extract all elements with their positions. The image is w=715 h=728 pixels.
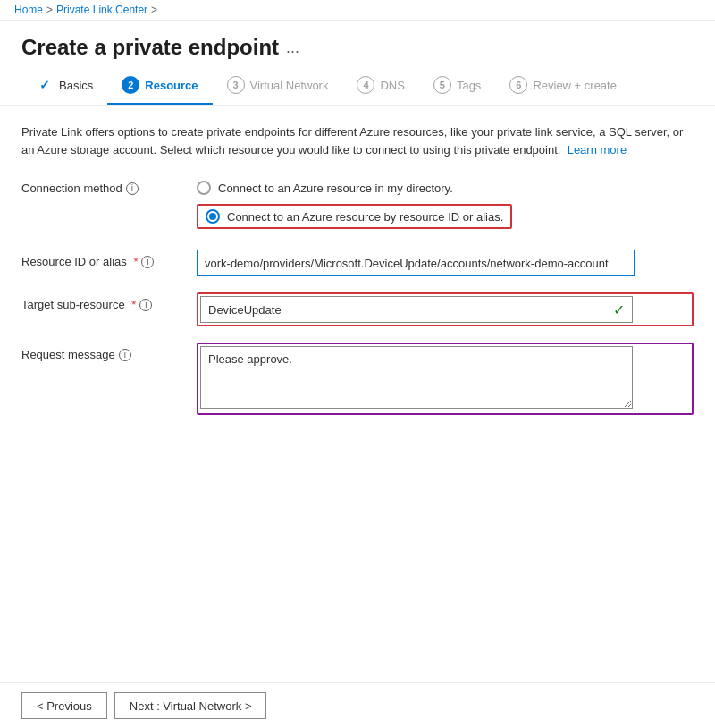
next-button[interactable]: Next : Virtual Network > bbox=[114, 692, 267, 719]
radio-resource-id-option[interactable]: Connect to an Azure resource by resource… bbox=[197, 199, 694, 233]
tab-review-create-label: Review + create bbox=[533, 79, 617, 92]
virtual-network-tab-number: 3 bbox=[227, 76, 245, 94]
breadcrumb-home[interactable]: Home bbox=[14, 4, 43, 16]
radio-resource-id-label: Connect to an Azure resource by resource… bbox=[227, 210, 503, 224]
form-section: Connection method i Connect to an Azure … bbox=[21, 176, 694, 415]
breadcrumb-sep-2: > bbox=[151, 4, 157, 16]
review-create-tab-number: 6 bbox=[509, 76, 527, 94]
target-sub-resource-select[interactable]: DeviceUpdate ✓ bbox=[200, 296, 633, 323]
tab-basics[interactable]: ✓ Basics bbox=[21, 67, 107, 105]
breadcrumb-bar: Home > Private Link Center > bbox=[0, 0, 715, 21]
radio-resource-id-highlight: Connect to an Azure resource by resource… bbox=[197, 204, 512, 229]
connection-method-options: Connect to an Azure resource in my direc… bbox=[197, 176, 694, 233]
description-text: Private Link offers options to create pr… bbox=[21, 123, 694, 158]
resource-id-input[interactable] bbox=[197, 250, 635, 276]
connection-method-label: Connection method i bbox=[21, 176, 182, 195]
tab-tags[interactable]: 5 Tags bbox=[419, 67, 495, 105]
request-message-textarea[interactable] bbox=[200, 346, 633, 409]
tab-dns-label: DNS bbox=[380, 79, 404, 92]
tab-resource-label: Resource bbox=[145, 79, 198, 92]
tags-tab-number: 5 bbox=[433, 76, 451, 94]
breadcrumb-private-link-center[interactable]: Private Link Center bbox=[56, 4, 147, 16]
request-message-label: Request message i bbox=[21, 343, 182, 361]
target-sub-resource-row: Target sub-resource * i DeviceUpdate ✓ bbox=[21, 292, 694, 326]
target-sub-resource-label: Target sub-resource * i bbox=[21, 292, 182, 311]
select-checkmark-icon: ✓ bbox=[613, 301, 625, 318]
tab-virtual-network[interactable]: 3 Virtual Network bbox=[213, 67, 343, 105]
target-sub-resource-input-container: DeviceUpdate ✓ bbox=[197, 292, 694, 326]
tab-review-create[interactable]: 6 Review + create bbox=[495, 67, 631, 105]
page-title: Create a private endpoint bbox=[21, 35, 279, 60]
target-sub-resource-highlight: DeviceUpdate ✓ bbox=[197, 292, 694, 326]
learn-more-link[interactable]: Learn more bbox=[568, 143, 627, 157]
basics-check-icon: ✓ bbox=[36, 76, 54, 94]
previous-button[interactable]: < Previous bbox=[21, 692, 107, 719]
request-message-highlight bbox=[197, 343, 694, 415]
target-sub-resource-info-icon[interactable]: i bbox=[139, 299, 152, 311]
target-sub-resource-required: * bbox=[129, 298, 137, 311]
tab-virtual-network-label: Virtual Network bbox=[250, 79, 329, 92]
resource-id-required: * bbox=[130, 255, 139, 268]
radio-directory-label: Connect to an Azure resource in my direc… bbox=[218, 182, 453, 195]
footer-navigation: < Previous Next : Virtual Network > bbox=[0, 682, 715, 728]
resource-tab-number: 2 bbox=[122, 76, 139, 94]
connection-method-info-icon[interactable]: i bbox=[126, 182, 139, 195]
breadcrumb-sep-1: > bbox=[46, 4, 53, 16]
page-title-ellipsis[interactable]: ... bbox=[286, 38, 299, 57]
resource-id-row: Resource ID or alias * i bbox=[21, 250, 694, 276]
request-message-row: Request message i bbox=[21, 343, 694, 415]
radio-directory-option[interactable]: Connect to an Azure resource in my direc… bbox=[197, 176, 694, 199]
radio-resource-id-input[interactable] bbox=[206, 209, 220, 224]
radio-directory-input[interactable] bbox=[197, 181, 211, 195]
wizard-tabs: ✓ Basics 2 Resource 3 Virtual Network 4 … bbox=[0, 67, 715, 106]
request-message-input-container bbox=[197, 343, 694, 415]
tab-dns[interactable]: 4 DNS bbox=[342, 67, 418, 105]
page-header: Create a private endpoint ... bbox=[0, 21, 715, 67]
target-sub-resource-value: DeviceUpdate bbox=[208, 303, 282, 317]
connection-method-row: Connection method i Connect to an Azure … bbox=[21, 176, 694, 233]
dns-tab-number: 4 bbox=[357, 76, 374, 94]
tab-tags-label: Tags bbox=[457, 79, 481, 92]
resource-id-label: Resource ID or alias * i bbox=[21, 250, 182, 268]
resource-id-info-icon[interactable]: i bbox=[141, 256, 154, 268]
request-message-info-icon[interactable]: i bbox=[119, 349, 131, 361]
main-content: Private Link offers options to create pr… bbox=[0, 106, 715, 433]
resource-id-input-container bbox=[197, 250, 694, 276]
tab-resource[interactable]: 2 Resource bbox=[107, 67, 212, 105]
tab-basics-label: Basics bbox=[59, 79, 93, 92]
